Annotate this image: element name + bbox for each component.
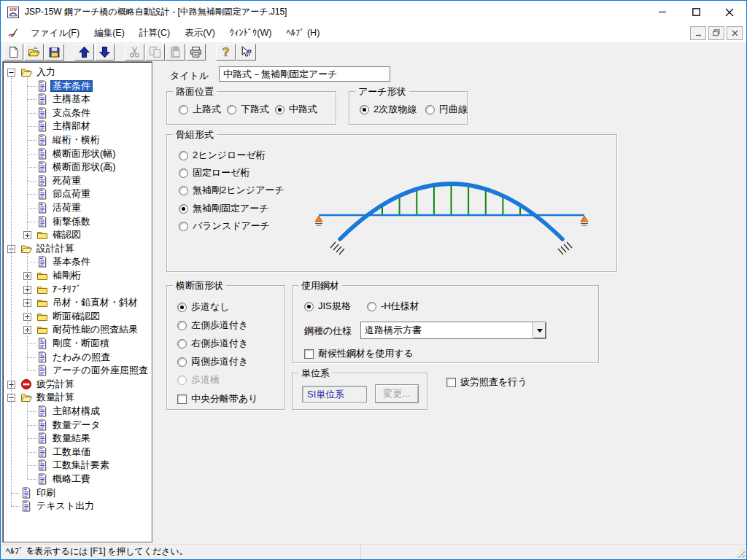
tree-item[interactable]: 主構基本 — [3, 93, 152, 106]
cut-icon — [128, 46, 141, 58]
folder-open-icon — [20, 66, 32, 78]
mdi-minimize-button[interactable] — [690, 26, 706, 40]
tree-item[interactable]: 耐荷性能の照査結果 — [3, 323, 152, 337]
tree-item[interactable]: 断面確認図 — [3, 310, 152, 324]
radio-steel-standard-2[interactable]: -H仕様材 — [367, 300, 419, 313]
print-button[interactable] — [186, 44, 206, 61]
tree-item[interactable]: 吊材・鉛直材・斜材 — [3, 296, 152, 310]
minimize-button[interactable] — [646, 1, 679, 23]
tree-item[interactable]: 印刷 — [3, 486, 152, 500]
tree-item[interactable]: ｱｰﾁﾘﾌﾞ — [3, 283, 152, 297]
tree-item[interactable]: 横断面形状(高) — [3, 160, 152, 174]
tree-item-label: 工数単価 — [50, 446, 93, 458]
combo-dropdown-button[interactable] — [533, 322, 546, 338]
tree-connector — [27, 411, 36, 412]
median-strip-checkbox[interactable]: 中央分離帯あり — [177, 392, 258, 405]
radio-cross-section-2[interactable]: 左側歩道付き — [177, 319, 248, 332]
tree-item[interactable]: 活荷重 — [3, 201, 152, 215]
tree-item[interactable]: 主部材構成 — [3, 405, 152, 419]
tree-item[interactable]: 入力 — [3, 66, 152, 79]
maximize-button[interactable] — [679, 1, 713, 23]
tree-item[interactable]: 横断面形状(幅) — [3, 147, 152, 161]
tree-item[interactable]: 支点条件 — [3, 106, 152, 120]
tree-item-label: 横断面形状(幅) — [50, 148, 118, 160]
tree-item[interactable]: 死荷重 — [3, 174, 152, 188]
context-help-button[interactable]: ? — [236, 44, 256, 61]
radio-steel-standard-1[interactable]: JIS規格 — [304, 300, 351, 313]
tree-connector — [11, 493, 20, 494]
tree-item[interactable]: 工数集計要素 — [3, 459, 152, 472]
tree-item[interactable]: 主構部材 — [3, 120, 152, 133]
collapse-icon[interactable] — [7, 69, 15, 77]
tree-connector — [27, 452, 36, 453]
weathering-steel-checkbox[interactable]: 耐候性鋼材を使用する — [304, 347, 414, 360]
tree-item[interactable]: 剛度・断面積 — [3, 337, 152, 351]
move-up-button[interactable] — [74, 44, 94, 61]
radio-frame-type-2[interactable]: 固定ローゼ桁 — [179, 166, 250, 179]
window-title: JSP-15W 鋼アーチ橋の概略自動設計 - [中路無補剛固定アーチ.J15] — [25, 6, 646, 18]
tree-item[interactable]: 縦桁・横桁 — [3, 133, 152, 147]
tree-item[interactable]: 基本条件 — [3, 79, 152, 93]
tree-item[interactable]: 数量結果 — [3, 432, 152, 446]
tree-item[interactable]: 数量データ — [3, 419, 152, 432]
radio-frame-type-4[interactable]: 無補剛固定アーチ — [179, 202, 269, 215]
menu-item-5[interactable]: ｳｨﾝﾄﾞｳ(W) — [222, 23, 279, 42]
title-input[interactable] — [219, 66, 390, 82]
tree-item[interactable]: 補剛桁 — [3, 269, 152, 283]
document-icon — [36, 216, 48, 228]
radio-cross-section-1[interactable]: 歩道なし — [177, 300, 230, 314]
move-down-button[interactable] — [95, 44, 115, 61]
steel-material-group: 使用鋼材 JIS規格-H仕様材耐候性鋼材を使用する 鋼種の仕様 道路橋示方書 — [292, 285, 599, 363]
radio-frame-type-3[interactable]: 無補剛2ヒンジアーチ — [179, 184, 285, 197]
radio-cross-section-4[interactable]: 両側歩道付き — [177, 355, 248, 368]
unit-system-value: SI単位系 — [302, 386, 367, 402]
open-file-button[interactable] — [24, 44, 44, 61]
menu-item-3[interactable]: 計算(C) — [132, 23, 177, 42]
panel-splitter[interactable] — [152, 61, 160, 542]
title-bar[interactable]: 15W JSP-15W 鋼アーチ橋の概略自動設計 - [中路無補剛固定アーチ.J… — [1, 1, 746, 23]
menu-item-1[interactable]: ファイル(F) — [23, 23, 87, 42]
tree-item[interactable]: アーチの面外座屈照査 — [3, 364, 152, 378]
menu-bar: ファイル(F)編集(E)計算(C)表示(V)ｳｨﾝﾄﾞｳ(W)ﾍﾙﾌﾟ (H) — [1, 23, 746, 42]
radio-frame-type-5[interactable]: バランスドアーチ — [179, 219, 270, 233]
tree-item[interactable]: 節点荷重 — [3, 187, 152, 201]
steel-spec-combobox[interactable]: 道路橋示方書 — [360, 322, 546, 339]
menu-item-6[interactable]: ﾍﾙﾌﾟ (H) — [279, 23, 327, 42]
radio-label: 右側歩道付き — [191, 337, 248, 350]
mdi-close-button[interactable] — [727, 26, 743, 40]
close-button[interactable] — [713, 1, 746, 23]
tree-item-label: 工数集計要素 — [50, 459, 112, 471]
tree-item[interactable]: 基本条件 — [3, 255, 152, 269]
tree-item-label: 数量データ — [50, 419, 103, 431]
radio-label: 無補剛2ヒンジアーチ — [193, 184, 285, 197]
fatigue-check-checkbox[interactable]: 疲労照査を行う — [446, 376, 527, 389]
tree-item[interactable]: 衝撃係数 — [3, 215, 152, 229]
menu-item-2[interactable]: 編集(E) — [87, 23, 132, 42]
tree-item[interactable]: 工数単価 — [3, 446, 152, 459]
tree-item[interactable]: 疲労計算 — [3, 378, 152, 392]
tree-item[interactable]: 概略工費 — [3, 472, 152, 486]
radio-arch-shape-2[interactable]: 円曲線 — [425, 103, 468, 116]
radio-road-position-2[interactable]: 下路式 — [227, 103, 269, 116]
resize-grip-icon[interactable] — [735, 548, 745, 558]
tree-item-label: 概略工費 — [50, 473, 93, 485]
mdi-restore-button[interactable] — [708, 26, 724, 40]
radio-cross-section-3[interactable]: 右側歩道付き — [177, 337, 248, 350]
tree-item[interactable]: テキスト出力 — [3, 499, 152, 513]
tree-item[interactable]: 確認図 — [3, 228, 152, 242]
help-button[interactable]: ? — [216, 44, 236, 61]
save-button[interactable] — [44, 44, 64, 61]
document-icon[interactable] — [7, 27, 19, 39]
radio-road-position-3[interactable]: 中路式 — [275, 103, 317, 116]
radio-road-position-1[interactable]: 上路式 — [179, 103, 221, 116]
tree-connector — [27, 194, 36, 195]
tree-item[interactable]: たわみの照査 — [3, 351, 152, 365]
radio-arch-shape-1[interactable]: 2次放物線 — [360, 103, 417, 116]
menu-item-4[interactable]: 表示(V) — [177, 23, 222, 42]
frame-type-group: 骨組形式 2ヒンジローゼ桁固定ローゼ桁無補剛2ヒンジアーチ無補剛固定アーチバラン… — [166, 134, 617, 272]
radio-frame-type-1[interactable]: 2ヒンジローゼ桁 — [179, 149, 266, 162]
tree-item[interactable]: 数量計算 — [3, 391, 152, 405]
new-document-button[interactable] — [4, 44, 23, 61]
radio-label: 固定ローゼ桁 — [193, 166, 250, 179]
tree-item[interactable]: 設計計算 — [3, 242, 152, 256]
